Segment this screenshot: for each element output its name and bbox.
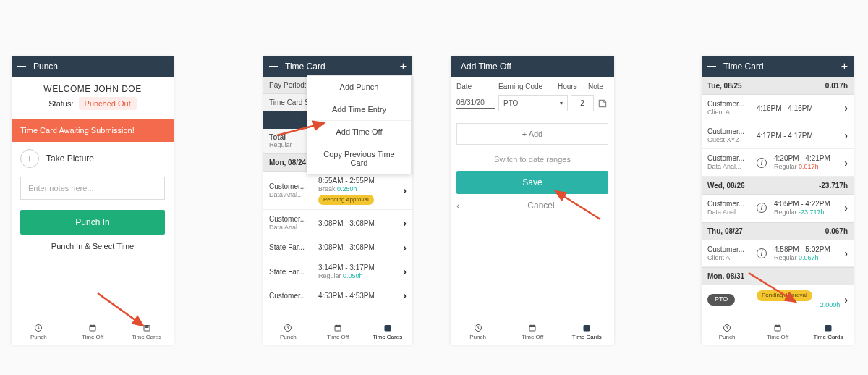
save-button[interactable]: Save <box>456 171 608 194</box>
switch-date-ranges[interactable]: Switch to date ranges <box>451 149 614 171</box>
nav-timeoff-label: Time Off <box>82 334 103 340</box>
timecard-b-header: Time Card + <box>702 56 854 77</box>
chevron-right-icon: › <box>403 242 407 253</box>
dropdown-add-punch[interactable]: Add Punch <box>307 76 411 98</box>
info-icon[interactable]: i <box>757 158 767 168</box>
nav-timeoff[interactable]: Time Off <box>313 319 363 345</box>
nav-timecards-label: Time Cards <box>132 334 161 340</box>
entry-customer: Customer... <box>269 291 314 300</box>
status-row: Status: Punched Out <box>12 97 174 119</box>
welcome-text: WELCOME JOHN DOE <box>12 77 174 97</box>
calendar-icon <box>333 324 342 332</box>
entry-time: 8:55AM - 2:55PM <box>318 176 399 185</box>
entry-customer: Customer... <box>269 182 314 191</box>
chevron-right-icon: › <box>403 290 407 301</box>
info-icon[interactable]: i <box>757 248 767 258</box>
nav-timecards[interactable]: Time Cards <box>119 319 174 345</box>
entry-project: Data Anal... <box>269 191 314 200</box>
entry-sub: Regular <box>774 163 797 170</box>
chevron-right-icon: › <box>844 248 848 259</box>
day-header: Mon, 08/31 <box>702 267 854 285</box>
calendar-icon <box>528 324 537 332</box>
entry-customer: Customer... <box>707 153 752 163</box>
nav-timeoff[interactable]: Time Off <box>66 319 120 345</box>
entry-sub: Regular <box>774 208 797 216</box>
nav-punch[interactable]: Punch <box>451 319 505 345</box>
add-time-off-header: Add Time Off <box>451 56 614 77</box>
hamburger-icon[interactable] <box>707 64 716 70</box>
plus-icon[interactable]: + <box>400 60 407 73</box>
nav-timecards[interactable]: Time Cards <box>803 319 854 345</box>
pending-badge: Pending Approval <box>757 290 812 300</box>
nav-timecards[interactable]: Time Cards <box>560 319 614 345</box>
entry-project: Data Anal... <box>269 224 314 232</box>
dropdown-add-time-off[interactable]: Add Time Off <box>307 121 411 143</box>
nav-timeoff[interactable]: Time Off <box>752 319 803 345</box>
dropdown-copy-previous[interactable]: Copy Previous Time Card <box>307 143 411 174</box>
clock-icon <box>474 324 482 332</box>
nav-punch-label: Punch <box>469 334 486 340</box>
plus-circle-icon[interactable]: + <box>20 149 39 168</box>
hours-input[interactable]: 2 <box>571 95 594 111</box>
svg-rect-5 <box>335 326 341 332</box>
nav-punch[interactable]: Punch <box>702 319 752 345</box>
nav-punch-label: Punch <box>30 334 47 340</box>
table-row[interactable]: Customer... Data Anal... i 4:20PM - 4:21… <box>702 149 854 177</box>
nav-punch[interactable]: Punch <box>263 319 313 345</box>
table-row[interactable]: Customer... Data Anal... i 4:05PM - 4:22… <box>702 195 854 222</box>
punch-header: Punch <box>12 56 174 77</box>
clock-icon <box>284 324 292 332</box>
table-row[interactable]: PTO Pending Approval 2.000h › <box>702 285 854 313</box>
timecard-a-header: Time Card + <box>263 56 412 77</box>
punch-in-select-time[interactable]: Punch In & Select Time <box>12 242 174 258</box>
take-picture-row[interactable]: + Take Picture <box>12 149 174 177</box>
pending-badge: Pending Approval <box>318 195 374 205</box>
date-input[interactable]: 08/31/20 <box>456 98 495 109</box>
bottom-nav: Punch Time Off Time Cards <box>702 319 854 345</box>
nav-punch-label: Punch <box>719 334 736 340</box>
chevron-right-icon: › <box>844 157 848 169</box>
table-row[interactable]: State Far... 3:08PM - 3:08PM › <box>263 237 412 258</box>
hamburger-icon[interactable] <box>269 64 278 70</box>
svg-rect-2 <box>144 326 150 332</box>
table-row[interactable]: Customer... Client A i 4:58PM - 5:02PM R… <box>702 240 854 268</box>
table-row[interactable]: Customer... Guest XYZ 4:17PM - 4:17PM › <box>702 122 854 150</box>
back-chevron-icon[interactable]: ‹ <box>456 200 474 211</box>
table-row[interactable]: Customer... 4:53PM - 4:53PM › <box>263 285 412 306</box>
nav-timecards[interactable]: Time Cards <box>362 319 412 345</box>
alert-bar[interactable]: Time Card Awaiting Submission! <box>12 119 174 142</box>
svg-rect-6 <box>385 326 391 332</box>
note-icon[interactable] <box>597 98 608 109</box>
punch-in-button[interactable]: Punch In <box>20 210 165 235</box>
dropdown-add-time-entry[interactable]: Add Time Entry <box>307 98 411 121</box>
cancel-button[interactable]: Cancel <box>474 201 608 211</box>
entry-client: Data Anal... <box>707 208 752 217</box>
entry-time: 4:20PM - 4:21PM <box>774 153 840 163</box>
notes-input[interactable]: Enter notes here... <box>20 177 165 200</box>
hamburger-icon[interactable] <box>17 64 26 70</box>
info-icon[interactable]: i <box>757 203 767 213</box>
nav-timeoff[interactable]: Time Off <box>505 319 559 345</box>
entry-extra: -23.717h <box>799 208 825 216</box>
pay-period-label: Pay Period: <box>269 81 307 89</box>
earning-code-select[interactable]: PTO ▾ <box>498 95 568 111</box>
regular-label: Regular <box>269 141 292 148</box>
entry-time: 3:08PM - 3:08PM <box>318 219 399 228</box>
table-row[interactable]: Customer... Data Anal... 3:08PM - 3:08PM… <box>263 210 412 237</box>
cancel-row: ‹ Cancel <box>456 200 608 211</box>
plus-icon[interactable]: + <box>841 60 848 73</box>
total-label: Total <box>269 133 292 141</box>
card-icon <box>582 324 591 332</box>
add-button[interactable]: + Add <box>456 123 608 145</box>
table-row[interactable]: State Far... 3:14PM - 3:17PM Regular 0.0… <box>263 258 412 286</box>
nav-punch[interactable]: Punch <box>12 319 66 345</box>
bottom-nav: Punch Time Off Time Cards <box>12 319 174 345</box>
nav-timeoff-label: Time Off <box>327 334 349 340</box>
entry-customer: State Far... <box>269 243 314 252</box>
table-row[interactable]: Customer... Data Anal... 8:55AM - 2:55PM… <box>263 172 412 210</box>
entry-sub: Regular <box>318 272 341 279</box>
add-time-off-title: Add Time Off <box>461 62 511 72</box>
timecard-a-title: Time Card <box>285 62 326 72</box>
table-row[interactable]: Customer... Client A 4:16PM - 4:16PM › <box>702 95 854 122</box>
svg-rect-3 <box>145 327 148 328</box>
